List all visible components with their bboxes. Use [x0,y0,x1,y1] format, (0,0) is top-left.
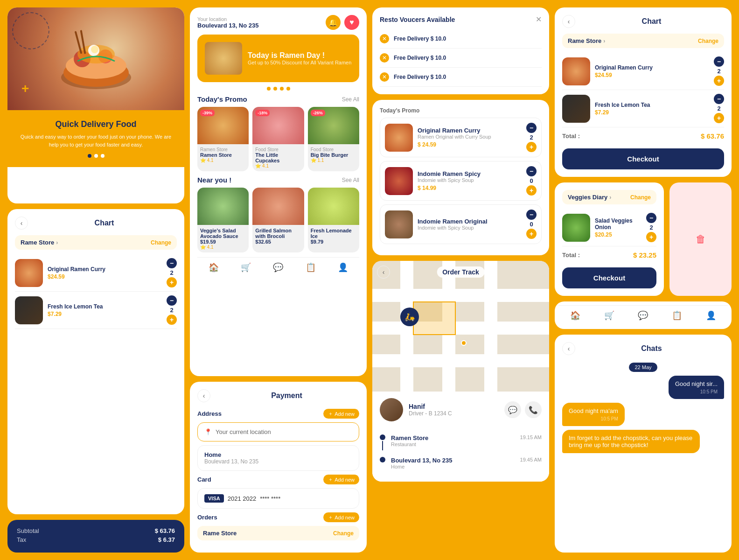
check-icon-3: ✕ [380,72,389,82]
step-info-store: Ramen Store Restaurant [391,434,515,447]
menu-plus-1[interactable]: + [526,142,537,152]
nav-profile[interactable]: 👤 [338,262,348,273]
voucher-close[interactable]: ✕ [536,15,542,24]
nav-orders[interactable]: 📋 [306,262,316,273]
step-store-time: 19.15 AM [520,434,542,440]
veggies-checkout-btn[interactable]: Checkout [562,267,656,288]
qty-plus-2[interactable]: + [167,315,177,325]
msg-bubble-dark-1: Good night sir... 10:5 PM [669,376,724,399]
chart-right-qty-1: − 2 + [714,56,724,86]
menu-qty-ctrl-1: − 2 + [526,123,537,152]
heart-icon[interactable]: ♥ [344,15,359,30]
nav4-cart[interactable]: 🛒 [604,310,614,321]
step-info-dest: Boulevard 13, No 235 Home [391,457,515,469]
chart-right-minus-1[interactable]: − [714,56,724,67]
menu-name-1: Original Ramen Curry [418,127,522,134]
chat-action-btn[interactable]: 💬 [504,401,521,418]
svg-rect-17 [413,302,455,335]
menu-plus-3[interactable]: + [526,229,537,239]
store-change-btn[interactable]: Change [151,239,171,246]
nav-home[interactable]: 🏠 [209,262,219,273]
payment-back-button[interactable]: ‹ [197,389,210,402]
food-price-salad: $19.59 [200,239,246,245]
home-address-input[interactable]: Home Boulevard 13, No 235 [197,445,359,471]
menu-price-2: $ 14.99 [418,185,522,191]
nav4-profile[interactable]: 👤 [706,310,716,321]
qty-plus-1[interactable]: + [167,277,177,287]
address-add-new[interactable]: ＋ Add new [323,409,359,419]
current-location-input[interactable]: 📍 Your current location [197,422,359,441]
chart-checkout-btn[interactable]: Checkout [562,148,724,169]
promo-dot-2 [273,87,277,91]
chart-right-minus-2[interactable]: − [714,94,724,104]
chart-right-name-2: Fresh Ice Lemon Tea [595,102,709,108]
card-field[interactable]: VISA 2021 2022 **** **** [197,488,359,509]
tea-right-img [562,95,590,123]
location-value: Boulevard 13, No 235 [197,22,259,29]
step-line [382,441,383,450]
step-dot-store [380,434,385,440]
order-back-btn[interactable]: ‹ [377,266,390,279]
todays-promo-see-all[interactable]: See All [342,96,359,103]
call-action-btn[interactable]: 📞 [525,401,542,418]
todays-promo-grid: -39% Ramen Store Ramen Store ⭐ 4.1 -18% … [197,107,359,171]
menu-info-2: Indomie Ramen Spicy Indomie with Spicy S… [418,170,522,191]
food-rating-ramen: ⭐ 4.1 [200,158,246,163]
food-thumb-salmon[interactable]: Grilled Salmon with Brocoli $32.65 [252,188,304,252]
food-thumb-ramen[interactable]: -39% Ramen Store Ramen Store ⭐ 4.1 [197,107,249,171]
menu-minus-3[interactable]: − [526,210,537,220]
menu-minus-2[interactable]: − [526,166,537,176]
promo-dot-4 [286,87,290,91]
chart-right-plus-1[interactable]: + [714,76,724,86]
chart-back-button[interactable]: ‹ [15,217,28,230]
cart-item-price-2: $7.29 [48,311,162,317]
chats-back-btn[interactable]: ‹ [562,342,575,355]
veggies-change-btn[interactable]: Change [630,194,651,201]
orders-change-btn[interactable]: Change [333,530,354,537]
driver-avatar [380,398,403,421]
voucher-item-1: ✕ Free Delivery $ 10.0 [380,29,542,49]
nav4-orders[interactable]: 📋 [672,310,682,321]
nav-chat[interactable]: 💬 [273,262,283,273]
step-store-type: Restaurant [391,441,515,447]
msg-bubble-yellow-2: Im forget to add the chopstick, can you … [562,430,700,453]
menu-minus-1[interactable]: − [526,123,537,133]
menu-plus-2[interactable]: + [526,185,537,196]
food-thumb-salad[interactable]: Veggie's Salad Avocado Sauce $19.59 ⭐ 4.… [197,188,249,252]
bell-icon[interactable]: 🔔 [326,15,341,30]
chart-back-btn-right[interactable]: ‹ [562,15,575,28]
nav-cart[interactable]: 🛒 [241,262,251,273]
qty-minus-2[interactable]: − [167,295,177,306]
orders-add-new[interactable]: ＋ Add new [323,512,359,522]
check-icon-2: ✕ [380,53,389,63]
add-card-icon: ＋ [328,476,333,483]
nav4-home[interactable]: 🏠 [570,310,580,321]
svg-rect-12 [372,322,549,335]
address-label: Address [197,410,222,417]
veggies-plus[interactable]: + [646,232,656,242]
step-icon-dest [380,457,385,462]
store-chevron: › [56,239,58,246]
driver-actions: 💬 📞 [504,401,542,418]
tax-row: Tax $ 6.37 [17,536,175,543]
food-thumb-cupcake[interactable]: -18% Food Store The Little Cupcakes ⭐ 4.… [252,107,304,171]
nav4-chat[interactable]: 💬 [638,310,648,321]
lemonade-thumb-img [308,188,359,225]
qty-minus-1[interactable]: − [167,258,177,268]
near-you-see-all[interactable]: See All [342,177,359,183]
food-thumb-lemonade[interactable]: Fresh Lemonade Ice $9.79 [308,188,359,252]
column-4: ‹ Chart Rame Store › Change Original Ram… [555,7,732,553]
store-change-btn-right[interactable]: Change [698,38,718,44]
ramen-badge: -39% [200,110,215,116]
ramen-image [15,259,43,287]
home-address: Boulevard 13, No 235 [204,458,258,465]
veggies-store-name: Veggies Diary › [568,194,611,201]
chart-right-plus-2[interactable]: + [714,113,724,123]
card-add-new[interactable]: ＋ Add new [323,475,359,484]
food-thumb-burger[interactable]: -26% Food Store Big Bite Burger ⭐ 1.1 [308,107,359,171]
veggies-minus[interactable]: − [646,213,656,223]
delete-icon[interactable]: 🗑 [696,233,706,245]
food-name-ramen: Ramen Store [200,152,246,158]
payment-card: ‹ Payment Address ＋ Add new 📍 Your curre… [190,382,367,553]
todays-promo-title: Today's Promo [197,95,247,103]
